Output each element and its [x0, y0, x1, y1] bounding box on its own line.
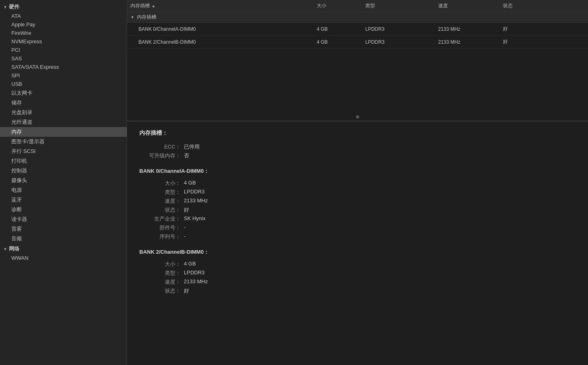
sidebar-item-sas[interactable]: SAS — [0, 54, 127, 63]
col-header-slot[interactable]: 内存插槽 ▲ — [127, 2, 313, 10]
hardware-label: 硬件 — [9, 3, 19, 11]
sidebar-item-ata[interactable]: ATA — [0, 12, 127, 20]
detail-value-bank2-size: 4 GB — [184, 261, 196, 268]
group-expand-arrow: ▼ — [130, 15, 134, 19]
sidebar-item-optical[interactable]: 光盘刻录 — [0, 108, 127, 117]
detail-title: 内存插槽： — [139, 129, 576, 137]
sidebar-item-memory[interactable]: 内存 — [0, 127, 127, 137]
scroll-indicator — [127, 113, 588, 121]
detail-row-bank2-status: 状态： 好 — [139, 287, 576, 295]
detail-row-ecc: ECC： 已停用 — [139, 143, 576, 151]
sidebar: ▼ 硬件 ATA Apple Pay FireWire NVMExpress P… — [0, 0, 127, 365]
detail-label-bank0-size: 大小： — [139, 180, 184, 187]
detail-value-ecc: 已停用 — [184, 143, 200, 151]
detail-label-bank0-speed: 速度： — [139, 197, 184, 205]
sidebar-item-firewire[interactable]: FireWire — [0, 29, 127, 37]
sidebar-item-thunderbolt[interactable]: 雷雾 — [0, 224, 127, 234]
sidebar-item-printer[interactable]: 打印机 — [0, 156, 127, 166]
detail-row-bank2-size: 大小： 4 GB — [139, 261, 576, 268]
main-content: 内存插槽 ▲ 大小 类型 速度 状态 ▼ 内存插槽 BANK 0/Channel… — [127, 0, 588, 365]
hardware-group[interactable]: ▼ 硬件 — [0, 2, 127, 12]
group-row-label: 内存插槽 — [137, 14, 156, 21]
detail-row-bank0-partnum: 部件号： - — [139, 224, 576, 231]
cell-type-0: LPDDR3 — [362, 25, 435, 33]
col-header-speed[interactable]: 速度 — [435, 2, 500, 10]
detail-row-bank0-size: 大小： 4 GB — [139, 180, 576, 187]
detail-value-bank0-type: LPDDR3 — [184, 189, 205, 196]
detail-value-bank0-status: 好 — [184, 206, 189, 214]
sidebar-item-gpu[interactable]: 图形卡/显示器 — [0, 137, 127, 146]
scroll-dot — [356, 115, 359, 119]
sidebar-item-sata[interactable]: SATA/SATA Express — [0, 63, 127, 71]
sidebar-item-audio[interactable]: 音频 — [0, 234, 127, 244]
detail-label-upgradeable: 可升级内存： — [139, 152, 184, 159]
sidebar-item-ethernet[interactable]: 以太网卡 — [0, 88, 127, 98]
sidebar-item-spi[interactable]: SPI — [0, 71, 127, 80]
detail-label-bank0-manufacturer: 生产企业： — [139, 215, 184, 223]
sidebar-item-nvmexpress[interactable]: NVMExpress — [0, 37, 127, 46]
detail-value-bank2-type: LPDDR3 — [184, 270, 205, 277]
detail-value-bank0-manufacturer: SK Hynix — [184, 215, 205, 223]
detail-area: 内存插槽： ECC： 已停用 可升级内存： 否 BANK 0/ChannelA-… — [127, 121, 588, 365]
col-header-status[interactable]: 状态 — [500, 2, 588, 10]
table-row[interactable]: BANK 2/ChannelB-DIMM0 4 GB LPDDR3 2133 M… — [127, 36, 588, 49]
detail-label-bank0-type: 类型： — [139, 189, 184, 196]
cell-type-1: LPDDR3 — [362, 38, 435, 46]
detail-label-bank0-partnum: 部件号： — [139, 224, 184, 231]
table-row[interactable]: BANK 0/ChannelA-DIMM0 4 GB LPDDR3 2133 M… — [127, 23, 588, 36]
detail-row-bank0-type: 类型： LPDDR3 — [139, 189, 576, 196]
sidebar-item-power[interactable]: 电源 — [0, 185, 127, 195]
cell-speed-1: 2133 MHz — [435, 38, 500, 46]
detail-value-bank2-status: 好 — [184, 287, 189, 295]
sidebar-item-pci[interactable]: PCI — [0, 46, 127, 54]
detail-value-bank0-partnum: - — [184, 224, 185, 231]
detail-value-bank0-size: 4 GB — [184, 180, 196, 187]
detail-row-bank2-speed: 速度： 2133 MHz — [139, 278, 576, 286]
sidebar-item-wwan[interactable]: WWAN — [0, 254, 127, 262]
detail-label-bank2-size: 大小： — [139, 261, 184, 268]
sidebar-item-diagnostics[interactable]: 诊断 — [0, 205, 127, 214]
detail-label-bank2-speed: 速度： — [139, 278, 184, 286]
cell-status-0: 好 — [500, 25, 588, 33]
detail-label-bank2-status: 状态： — [139, 287, 184, 295]
detail-value-bank0-speed: 2133 MHz — [184, 197, 208, 205]
table-header: 内存插槽 ▲ 大小 类型 速度 状态 — [127, 0, 588, 12]
bank2-title: BANK 2/ChannelB-DIMM0： — [139, 248, 576, 256]
network-arrow: ▼ — [3, 247, 7, 251]
bank0-title: BANK 0/ChannelA-DIMM0： — [139, 168, 576, 175]
detail-row-bank0-manufacturer: 生产企业： SK Hynix — [139, 215, 576, 223]
sidebar-item-usb[interactable]: USB — [0, 80, 127, 88]
cell-size-1: 4 GB — [313, 38, 362, 46]
hardware-arrow: ▼ — [3, 5, 7, 9]
detail-label-ecc: ECC： — [139, 143, 184, 151]
detail-value-bank2-speed: 2133 MHz — [184, 278, 208, 286]
sort-arrow: ▲ — [151, 4, 156, 8]
detail-label-bank0-status: 状态： — [139, 206, 184, 214]
detail-row-bank0-serial: 序列号： - — [139, 233, 576, 240]
detail-row-bank0-status: 状态： 好 — [139, 206, 576, 214]
cell-slot-1: BANK 2/ChannelB-DIMM0 — [127, 38, 313, 46]
table-body: ▼ 内存插槽 BANK 0/ChannelA-DIMM0 4 GB LPDDR3… — [127, 12, 588, 113]
sidebar-item-card-reader[interactable]: 读卡器 — [0, 214, 127, 224]
sidebar-item-apple-pay[interactable]: Apple Pay — [0, 20, 127, 29]
sidebar-item-fiber[interactable]: 光纤通道 — [0, 117, 127, 127]
sidebar-item-camera[interactable]: 摄像头 — [0, 176, 127, 185]
sidebar-item-controller[interactable]: 控制器 — [0, 166, 127, 176]
memory-group-row[interactable]: ▼ 内存插槽 — [127, 12, 588, 23]
sidebar-item-bluetooth[interactable]: 蓝牙 — [0, 195, 127, 205]
col-header-size[interactable]: 大小 — [313, 2, 362, 10]
network-group[interactable]: ▼ 网络 — [0, 244, 127, 254]
cell-size-0: 4 GB — [313, 25, 362, 33]
detail-label-bank2-type: 类型： — [139, 270, 184, 277]
sidebar-item-parallel-scsi[interactable]: 并行 SCSI — [0, 146, 127, 156]
detail-row-bank0-speed: 速度： 2133 MHz — [139, 197, 576, 205]
detail-label-bank0-serial: 序列号： — [139, 233, 184, 240]
col-header-type[interactable]: 类型 — [362, 2, 435, 10]
detail-value-bank0-serial: - — [184, 233, 185, 240]
sidebar-item-storage[interactable]: 储存 — [0, 98, 127, 108]
cell-slot-0: BANK 0/ChannelA-DIMM0 — [127, 25, 313, 33]
detail-row-bank2-type: 类型： LPDDR3 — [139, 270, 576, 277]
detail-row-upgradeable: 可升级内存： 否 — [139, 152, 576, 159]
cell-speed-0: 2133 MHz — [435, 25, 500, 33]
col-slot-label: 内存插槽 — [130, 2, 150, 9]
